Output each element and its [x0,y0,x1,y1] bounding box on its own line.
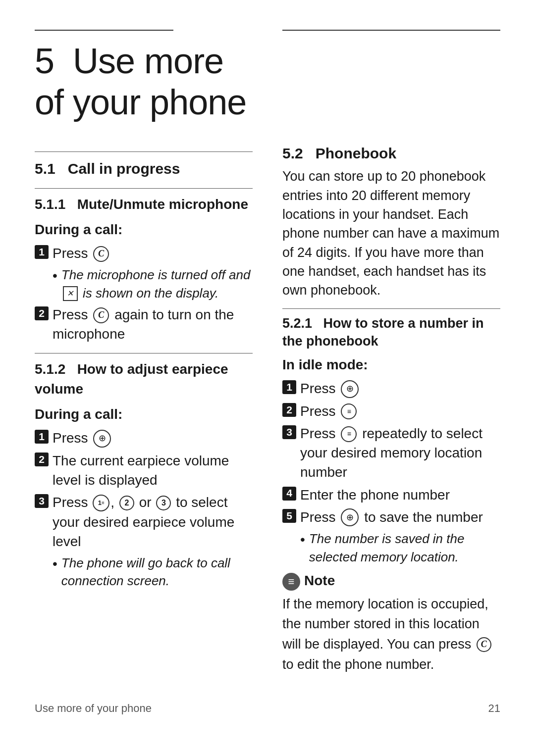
step-num-521-2: 2 [282,403,296,417]
icon-c-unmute: C [93,307,109,323]
step-511-2: 2 Press C again to turn on the microphon… [35,305,253,344]
phonebook-intro: You can store up to 20 phonebook entries… [282,167,500,300]
step-512-3: 3 Press 1≡, 2 or 3 to select your desire… [35,493,253,551]
step-num-2: 2 [35,306,49,320]
step-text-521-5: Press ⊕ to save the number [300,507,500,527]
top-rule-left [35,30,173,31]
bullet-text-512-1: The phone will go back to call connectio… [61,554,253,590]
icon-3-vol: 3 [156,496,171,510]
step-521-2: 2 Press ≡ [282,402,500,421]
note-text: If the memory location is occupied, the … [282,597,493,672]
heading-51: 5.1 Call in progress [35,158,253,180]
step-text-512-1: Press ⊕ [53,428,253,448]
step-521-3: 3 Press ≡ repeatedly to select your desi… [282,424,500,482]
step-num-512-1: 1 [35,430,49,444]
step-512-1: 1 Press ⊕ [35,428,253,448]
in-idle-label: In idle mode: [282,355,500,375]
step-num-512-2: 2 [35,453,49,466]
divider-512 [35,353,253,353]
step-num-521-3: 3 [282,425,296,439]
step-num-521-1: 1 [282,380,296,394]
icon-nav-512-1: ⊕ [93,430,111,448]
page-footer: Use more of your phone 21 [35,686,500,716]
bullet-text-521-1: The number is saved in the selected memo… [309,530,500,566]
divider-511 [35,188,253,189]
bullet-text-511-1: The microphone is turned off and ✕ is sh… [61,266,253,302]
step-512-2: 2 The current earpiece volume level is d… [35,451,253,490]
step-521-5: 5 Press ⊕ to save the number [282,507,500,527]
divider-51 [35,151,253,152]
step-num-512-3: 3 [35,494,49,508]
step-text-521-1: Press ⊕ [300,379,500,399]
icon-x-display: ✕ [63,286,78,301]
step-text-521-3: Press ≡ repeatedly to select your desire… [300,424,500,482]
step-text-511-2: Press C again to turn on the microphone [53,305,253,344]
icon-c-mute: C [93,246,109,262]
bullet-521-1: • The number is saved in the selected me… [282,530,500,566]
step-text-521-2: Press ≡ [300,402,500,421]
icon-c-note: C [477,637,491,652]
bullet-512-1: • The phone will go back to call connect… [35,554,253,590]
heading-521: 5.2.1 How to store a number in the phone… [282,315,500,350]
step-511-1: 1 Press C [35,244,253,263]
icon-nav-521-5: ⊕ [341,508,359,526]
during-label-512: During a call: [35,404,253,425]
footer-page: 21 [488,701,500,716]
icon-2-vol: 2 [119,496,134,510]
heading-512: 5.1.2 How to adjust earpiece volume [35,359,253,400]
steps-511: 1 Press C • The microphone is turned off… [35,244,253,344]
col-left: 5.1 Call in progress 5.1.1 Mute/Unmute m… [35,143,253,686]
step-num-521-4: 4 [282,487,296,501]
heading-52: 5.2 Phonebook [282,145,396,161]
steps-512: 1 Press ⊕ 2 The current earpiece volume … [35,428,253,590]
note-label: Note [304,571,335,591]
step-text-521-4: Enter the phone number [300,485,500,504]
during-label-511: During a call: [35,220,253,240]
icon-menu-521-3: ≡ [341,426,357,442]
step-num-521-5: 5 [282,509,296,523]
col-right: 5.2 Phonebook You can store up to 20 pho… [282,143,500,686]
icon-1-vol: 1≡ [93,495,109,511]
bullet-511-1: • The microphone is turned off and ✕ is … [35,266,253,302]
step-text-512-2: The current earpiece volume level is dis… [53,451,253,490]
note-icon: ≡ [282,573,300,591]
step-text-511-1: Press C [53,244,253,263]
icon-nav-521-1: ⊕ [341,380,359,398]
step-text-512-3: Press 1≡, 2 or 3 to select your desired … [53,493,253,551]
top-rule-right [282,30,500,31]
step-num-1: 1 [35,245,49,259]
divider-521 [282,308,500,309]
heading-511: 5.1.1 Mute/Unmute microphone [35,195,253,215]
icon-menu-521-2: ≡ [341,403,357,419]
steps-521: 1 Press ⊕ 2 Press ≡ 3 Press ≡ repea [282,379,500,566]
two-col-layout: 5.1 Call in progress 5.1.1 Mute/Unmute m… [35,143,500,686]
chapter-title: 5 Use more of your phone [35,41,253,123]
note-block: ≡ Note [282,571,500,591]
step-521-4: 4 Enter the phone number [282,485,500,504]
footer-text: Use more of your phone [35,701,152,716]
page: 5 Use more of your phone 5.1 Call in pro… [0,0,535,756]
step-521-1: 1 Press ⊕ [282,379,500,399]
